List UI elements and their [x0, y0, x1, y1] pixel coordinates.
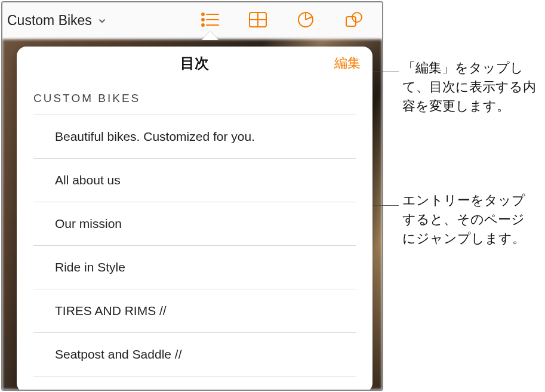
popover-header: 目次 編集 [17, 47, 372, 80]
svg-point-0 [202, 13, 204, 16]
toc-heading[interactable]: CUSTOM BIKES [33, 80, 356, 115]
shapes-icon [343, 11, 364, 31]
callout-entry-hint: エントリーをタップすると、そのページにジャンプします。 [402, 191, 537, 248]
edit-button[interactable]: 編集 [334, 54, 361, 72]
svg-point-2 [202, 18, 204, 21]
toc-entry[interactable]: Seatpost and Saddle // [33, 333, 356, 376]
popover-title: 目次 [180, 54, 209, 73]
document-title[interactable]: Custom Bikes [7, 13, 92, 29]
svg-point-4 [202, 24, 204, 26]
toolbar: Custom Bikes [2, 2, 382, 39]
chart-view-button[interactable] [282, 2, 330, 39]
toc-view-button[interactable] [186, 2, 234, 39]
toc-entry[interactable]: Beautiful bikes. Customized for you. [33, 115, 356, 159]
toc-entry[interactable]: TIRES AND RIMS // [33, 289, 356, 333]
list-icon [200, 11, 220, 31]
grid-icon [248, 11, 268, 31]
toc-entry[interactable]: Our mission [33, 202, 356, 246]
toc-list: CUSTOM BIKES Beautiful bikes. Customized… [17, 80, 372, 376]
toc-entry[interactable]: Ride in Style [33, 246, 356, 289]
app-frame: Custom Bikes [1, 1, 383, 391]
callout-edit-hint: 「編集」をタップして、目次に表示する内容を変更します。 [402, 58, 537, 116]
thumbnail-view-button[interactable] [234, 2, 282, 39]
shape-view-button[interactable] [330, 2, 377, 39]
chevron-down-icon[interactable] [97, 16, 107, 26]
toc-popover: 目次 編集 CUSTOM BIKES Beautiful bikes. Cust… [17, 47, 372, 391]
pie-chart-icon [295, 11, 316, 31]
toc-entry[interactable]: All about us [33, 159, 356, 202]
